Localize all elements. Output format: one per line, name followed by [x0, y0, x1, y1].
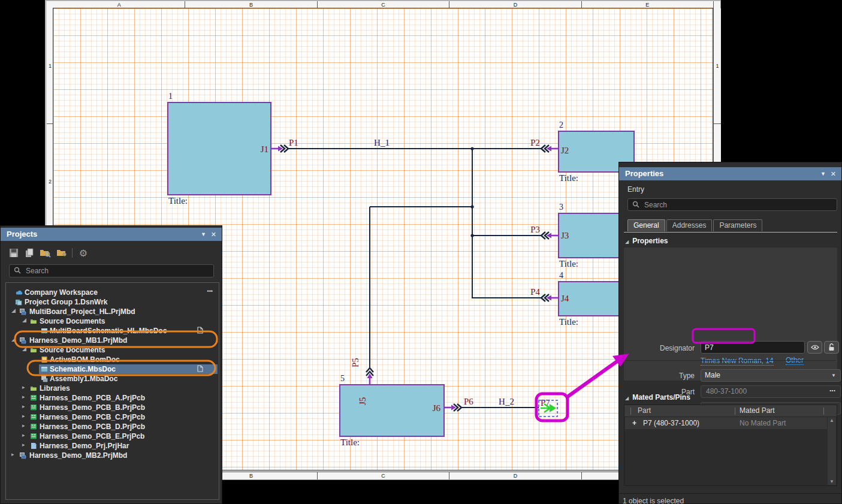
tree-item-harness-demo-pcb-a-prjpcb[interactable]: ▸Harness_Demo_PCB_A.PrjPcb — [6, 393, 219, 403]
tree-item-harness-demo-pcb-b-prjpcb[interactable]: ▸Harness_Demo_PCB_B.PrjPcb — [6, 403, 219, 412]
settings-icon[interactable]: ⚙ — [77, 248, 89, 258]
tab-general[interactable]: General — [627, 219, 665, 231]
tree-item-harness-demo-prj-prjhar[interactable]: ▸Harness_Demo_Prj.PrjHar — [6, 441, 219, 451]
projects-panel-header[interactable]: Projects ▼ ✕ — [1, 228, 222, 241]
panel-menu-icon[interactable]: ▼ — [820, 167, 826, 180]
tree-item-multiboard-project-hl-prjmbd[interactable]: ◢MultiBoard_Project_HL.PrjMbd — [6, 307, 219, 316]
block-number: 1 — [168, 92, 173, 101]
entry-designator-label[interactable]: P2 — [530, 138, 540, 147]
harness-net-label[interactable]: H_1 — [374, 138, 390, 147]
tree-item-label: MultiBoard_Project_HL.PrjMbd — [29, 307, 135, 316]
expand-icon[interactable]: ▸ — [22, 394, 25, 400]
connection-entry[interactable] — [541, 232, 558, 239]
connection-entry[interactable] — [271, 145, 288, 152]
panel-close-icon[interactable]: ✕ — [831, 167, 836, 180]
properties-search[interactable] — [627, 198, 837, 211]
section-properties[interactable]: ◢Properties — [625, 237, 668, 245]
block-title: Title: — [559, 259, 578, 268]
harness-wire[interactable] — [472, 149, 542, 298]
module-block-1[interactable]: 1Title: — [168, 92, 271, 206]
entry-designator-label[interactable]: P5 — [351, 358, 360, 367]
mated-table-row[interactable]: +P7 (480-37-1000)No Mated Part — [625, 417, 827, 429]
more-button[interactable]: ... — [829, 385, 835, 393]
designator-input[interactable] — [701, 341, 805, 354]
font-link[interactable]: Times New Roman, 14 — [701, 357, 774, 366]
properties-panel-header[interactable]: Properties ▼ ✕ — [619, 167, 841, 180]
more-options-icon[interactable]: ••• — [207, 288, 213, 294]
open-project-icon[interactable] — [39, 248, 51, 258]
scroll-down-icon[interactable]: ▼ — [828, 479, 836, 484]
tree-item-label: Schematic.MbsDoc — [50, 365, 116, 373]
tree-item-source-documents[interactable]: ◢Source Documents — [6, 345, 219, 355]
connection-entry[interactable] — [445, 404, 461, 411]
properties-search-input[interactable] — [643, 200, 832, 210]
expand-icon[interactable]: ▸ — [22, 442, 25, 448]
tree-item-harness-demo-pcb-e-prjpcb[interactable]: ▸Harness_Demo_PCB_E.PrjPcb — [6, 431, 219, 441]
dsnwrk-icon — [15, 298, 22, 307]
tab-addresses[interactable]: Addresses — [666, 219, 713, 231]
expand-icon[interactable]: ▸ — [11, 451, 14, 457]
section-mated-parts[interactable]: ◢Mated Parts/Pins — [625, 393, 690, 402]
unlock-icon — [828, 343, 835, 351]
panel-close-icon[interactable]: ✕ — [211, 228, 216, 241]
collapse-icon[interactable]: ◢ — [11, 336, 16, 342]
projects-search[interactable] — [9, 264, 214, 277]
tree-item-harness-demo-pcb-c-prjpcb[interactable]: ▸Harness_Demo_PCB_C.PrjPcb — [6, 412, 219, 422]
connector-designator[interactable]: J4 — [561, 294, 569, 303]
tree-item-company-workspace[interactable]: Company Workspace••• — [6, 288, 219, 297]
entry-designator-label[interactable]: P6 — [464, 397, 473, 406]
lock-button[interactable] — [824, 341, 839, 354]
expand-icon[interactable]: ▸ — [22, 384, 25, 390]
copy-icon[interactable] — [23, 248, 35, 258]
collapse-icon[interactable]: ◢ — [22, 346, 26, 352]
tree-item-multiboardschematic-hl-mbsdoc[interactable]: MultiBoardSchematic_HL.MbsDoc — [6, 326, 219, 336]
expand-icon[interactable]: ▸ — [22, 432, 25, 438]
entry-designator-label[interactable]: P3 — [530, 225, 540, 234]
visibility-button[interactable] — [807, 341, 822, 354]
collapse-icon[interactable]: ◢ — [22, 317, 26, 323]
tree-item-project-group-1-dsnwrk[interactable]: Project Group 1.DsnWrk — [6, 297, 219, 307]
connection-entry[interactable] — [541, 145, 558, 152]
entry-designator-label[interactable]: P4 — [530, 287, 540, 297]
type-label: Type — [629, 372, 695, 380]
tree-item-harness-demo-mb1-prjmbd[interactable]: ◢Harness_Demo_MB1.PrjMbd — [6, 336, 219, 345]
search-icon — [632, 200, 639, 210]
document-state-icon — [197, 327, 203, 336]
ruler-row-label: 1 — [714, 8, 721, 124]
tree-item-harness-demo-mb2-prjmbd[interactable]: ▸Harness_Demo_MB2.PrjMbd — [6, 451, 219, 460]
connection-entry[interactable] — [541, 294, 558, 301]
scroll-up-icon[interactable]: ▲ — [828, 418, 836, 423]
connection-entry[interactable] — [366, 368, 373, 384]
expand-icon[interactable]: ▸ — [22, 422, 25, 428]
tree-item-assembly1-mbadoc[interactable]: Assembly1.MbaDoc — [6, 374, 219, 384]
module-block-5[interactable]: 5Title: — [340, 374, 444, 447]
connector-designator[interactable]: J3 — [561, 231, 569, 240]
folder-icon — [30, 318, 37, 327]
projects-search-input[interactable] — [25, 266, 209, 276]
tree-item-schematic-mbsdoc[interactable]: Schematic.MbsDoc — [6, 364, 219, 374]
expand-icon[interactable]: ▸ — [22, 403, 25, 409]
entry-designator-label[interactable]: P7 — [541, 398, 550, 408]
ruler-col-label: C — [318, 472, 449, 479]
collapse-icon[interactable]: ◢ — [11, 307, 16, 313]
tree-item-activebom-bomdoc[interactable]: ActiveBOM.BomDoc — [6, 355, 219, 364]
save-icon[interactable] — [8, 248, 20, 258]
connector-designator[interactable]: J5 — [358, 397, 367, 405]
type-dropdown[interactable]: Male ▼ — [701, 369, 841, 382]
connector-designator[interactable]: J1 — [261, 144, 268, 154]
connector-designator[interactable]: J2 — [561, 146, 569, 155]
scrollbar[interactable]: ▲ ▼ — [828, 417, 836, 485]
connector-designator[interactable]: J6 — [433, 403, 441, 413]
expand-icon[interactable]: ▸ — [22, 413, 25, 419]
tree-item-label: Source Documents — [40, 317, 105, 325]
tab-parameters[interactable]: Parameters — [713, 219, 762, 231]
harness-net-label[interactable]: H_2 — [499, 397, 514, 406]
tree-item-harness-demo-pcb-d-prjpcb[interactable]: ▸Harness_Demo_PCB_D.PrjPcb — [6, 422, 219, 431]
entry-designator-label[interactable]: P1 — [289, 138, 298, 147]
tree-item-libraries[interactable]: ▸Libraries — [6, 384, 219, 393]
project-options-icon[interactable] — [56, 248, 68, 258]
tree-item-source-documents[interactable]: ◢Source Documents — [6, 316, 219, 326]
expand-row-icon[interactable]: + — [632, 419, 636, 427]
mbd-icon — [19, 337, 26, 346]
panel-menu-icon[interactable]: ▼ — [201, 228, 206, 241]
